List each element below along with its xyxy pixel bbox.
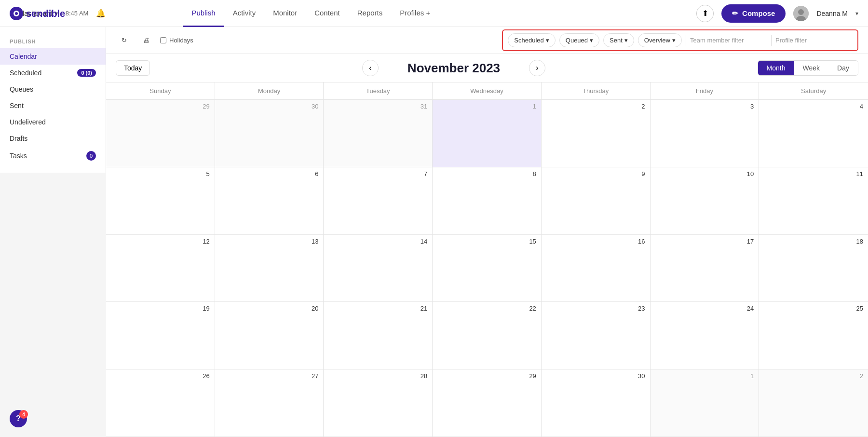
day-number: 28: [328, 372, 427, 380]
nav-monitor[interactable]: Monitor: [264, 0, 306, 27]
calendar-cell[interactable]: 2: [759, 369, 868, 437]
topbar-right: ⬆ ✏ Compose Deanna M ▾: [696, 4, 858, 23]
scheduled-chevron-icon: ▾: [546, 37, 549, 44]
queued-filter-button[interactable]: Queued ▾: [559, 33, 599, 47]
calendar-cell[interactable]: 17: [651, 235, 760, 302]
sidebar-section-label: PUBLISH: [0, 35, 106, 48]
calendar-cell[interactable]: 12: [106, 235, 215, 302]
logo[interactable]: sendible: [10, 7, 65, 20]
calendar-cell[interactable]: 5: [106, 167, 215, 235]
user-chevron-icon[interactable]: ▾: [855, 10, 858, 17]
view-buttons: Month Week Day: [758, 60, 858, 76]
day-label-tuesday: Tuesday: [324, 82, 433, 99]
nav-content[interactable]: Content: [306, 0, 349, 27]
calendar-cell[interactable]: 7: [324, 167, 433, 235]
day-number: 20: [220, 305, 319, 312]
holidays-checkbox-label[interactable]: Holidays: [160, 37, 193, 44]
calendar-cell[interactable]: 3: [651, 100, 760, 167]
sidebar-item-drafts[interactable]: Drafts: [0, 130, 106, 147]
print-button[interactable]: 🖨: [138, 32, 154, 49]
holidays-checkbox[interactable]: [160, 37, 166, 43]
calendar-cell[interactable]: 25: [759, 302, 868, 369]
team-member-filter-input[interactable]: [690, 37, 767, 44]
calendar-cell[interactable]: 20: [215, 302, 324, 369]
refresh-icon: ↻: [122, 37, 127, 44]
profile-filter-input[interactable]: [775, 37, 853, 44]
overview-filter-button[interactable]: Overview ▾: [638, 33, 682, 47]
calendar-cell[interactable]: 16: [542, 235, 651, 302]
calendar-cell[interactable]: 23: [542, 302, 651, 369]
toolbar-left: ↻ 🖨 Holidays: [116, 32, 193, 49]
nav-reports[interactable]: Reports: [349, 0, 392, 27]
bell-icon[interactable]: 🔔: [96, 9, 106, 18]
calendar-cell[interactable]: 4: [759, 100, 868, 167]
calendar-cell[interactable]: 31: [324, 100, 433, 167]
nav-profiles[interactable]: Profiles +: [391, 0, 439, 27]
nav-publish[interactable]: Publish: [183, 0, 224, 27]
day-number: 30: [220, 103, 319, 110]
calendar-cell[interactable]: 24: [651, 302, 760, 369]
week-view-button[interactable]: Week: [794, 61, 829, 75]
avatar[interactable]: [793, 6, 809, 21]
calendar-cell[interactable]: 19: [106, 302, 215, 369]
day-number: 12: [111, 238, 210, 245]
day-number: 6: [220, 170, 319, 178]
day-number: 2: [546, 103, 645, 110]
calendar-cell[interactable]: 28: [324, 369, 433, 437]
svg-point-1: [15, 12, 18, 15]
calendar-cell[interactable]: 11: [759, 167, 868, 235]
calendar-cell[interactable]: 6: [215, 167, 324, 235]
calendar-cell[interactable]: 8: [433, 167, 542, 235]
day-number: 17: [655, 238, 754, 245]
calendar-cell[interactable]: 29: [106, 100, 215, 167]
sent-filter-button[interactable]: Sent ▾: [603, 33, 634, 47]
calendar-cell[interactable]: 30: [542, 369, 651, 437]
month-view-button[interactable]: Month: [758, 61, 794, 75]
calendar-cell[interactable]: 9: [542, 167, 651, 235]
day-label-friday: Friday: [651, 82, 760, 99]
calendar-grid: Sunday Monday Tuesday Wednesday Thursday…: [106, 82, 868, 437]
day-number: 26: [111, 372, 210, 380]
day-number: 7: [328, 170, 427, 178]
calendar-cell[interactable]: 2: [542, 100, 651, 167]
day-number: 23: [546, 305, 645, 312]
day-number: 11: [764, 170, 863, 178]
day-label-saturday: Saturday: [759, 82, 868, 99]
calendar-cell[interactable]: 10: [651, 167, 760, 235]
calendar-cell[interactable]: 1: [433, 100, 542, 167]
compose-button[interactable]: ✏ Compose: [721, 4, 786, 23]
day-number: 24: [655, 305, 754, 312]
calendar-cell[interactable]: 13: [215, 235, 324, 302]
calendar-cell[interactable]: 29: [433, 369, 542, 437]
today-button[interactable]: Today: [116, 60, 150, 76]
calendar-cell[interactable]: 27: [215, 369, 324, 437]
prev-month-button[interactable]: ‹: [362, 60, 379, 76]
day-number: 3: [655, 103, 754, 110]
next-month-button[interactable]: ›: [529, 60, 545, 76]
calendar-cell[interactable]: 14: [324, 235, 433, 302]
day-number: 16: [546, 238, 645, 245]
calendar-cell[interactable]: 22: [433, 302, 542, 369]
toolbar: ↻ 🖨 Holidays Scheduled ▾ Queued ▾: [106, 27, 868, 54]
overview-filter-label: Overview: [644, 37, 670, 44]
sidebar-item-queues[interactable]: Queues: [0, 81, 106, 97]
svg-point-3: [798, 9, 804, 15]
sidebar-item-undelivered[interactable]: Undelivered: [0, 114, 106, 130]
calendar-cell[interactable]: 1: [651, 369, 760, 437]
sidebar-item-tasks[interactable]: Tasks 0: [0, 147, 106, 165]
calendar-cell[interactable]: 18: [759, 235, 868, 302]
sidebar-item-scheduled[interactable]: Scheduled 0 (0): [0, 65, 106, 81]
sidebar-item-sent[interactable]: Sent: [0, 97, 106, 114]
upload-button[interactable]: ⬆: [696, 5, 714, 22]
calendar-cell[interactable]: 15: [433, 235, 542, 302]
nav-activity[interactable]: Activity: [224, 0, 265, 27]
calendar-cell[interactable]: 21: [324, 302, 433, 369]
scheduled-filter-button[interactable]: Scheduled ▾: [508, 33, 555, 47]
day-view-button[interactable]: Day: [828, 61, 858, 75]
topbar: My dashboard ▾ 8:45 AM 🔔 sendible Publis…: [0, 0, 868, 27]
sent-filter-label: Sent: [610, 37, 623, 44]
calendar-cell[interactable]: 30: [215, 100, 324, 167]
refresh-button[interactable]: ↻: [116, 32, 132, 49]
calendar-cell[interactable]: 26: [106, 369, 215, 437]
sidebar-item-calendar[interactable]: Calendar: [0, 48, 106, 65]
